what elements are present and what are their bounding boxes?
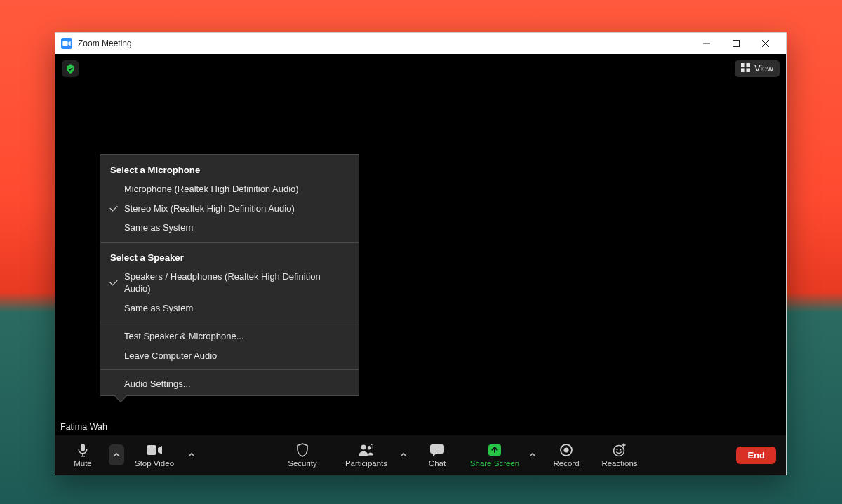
audio-settings-item[interactable]: Audio Settings... (100, 374, 359, 394)
view-button[interactable]: View (735, 60, 780, 77)
security-button[interactable]: Security (276, 437, 329, 473)
smiley-plus-icon (613, 442, 627, 458)
window-title: Zoom Meeting (78, 39, 132, 48)
mic-section-header: Select a Microphone (100, 159, 359, 179)
svg-point-12 (614, 446, 624, 456)
maximize-button[interactable] (721, 33, 751, 54)
zoom-app-icon (61, 38, 72, 49)
chat-button[interactable]: Chat (416, 437, 458, 473)
test-speaker-mic-item[interactable]: Test Speaker & Microphone... (100, 327, 359, 346)
leave-computer-audio-item[interactable]: Leave Computer Audio (100, 346, 359, 366)
svg-rect-6 (147, 445, 156, 455)
titlebar: Zoom Meeting (55, 33, 786, 54)
minimize-button[interactable] (692, 33, 721, 54)
share-screen-icon (488, 442, 502, 458)
shield-icon (296, 442, 309, 458)
meeting-toolbar: Mute Stop Video (55, 435, 786, 475)
audio-menu-caret[interactable] (109, 444, 124, 465)
share-menu-caret[interactable] (526, 444, 540, 465)
svg-rect-0 (62, 41, 67, 46)
record-button[interactable]: Record (544, 437, 589, 473)
speaker-option[interactable]: Speakers / Headphones (Realtek High Defi… (100, 267, 359, 299)
participants-menu-caret[interactable] (396, 444, 410, 465)
people-icon: 1 (358, 442, 375, 458)
video-area: View Fatima Wah Select a Microphone Micr… (55, 54, 786, 435)
encryption-shield-badge[interactable] (62, 60, 79, 77)
participant-name-overlay: Fatima Wah (58, 421, 109, 433)
svg-rect-2 (741, 63, 745, 67)
stop-video-label: Stop Video (135, 459, 174, 468)
speaker-section-header: Select a Speaker (100, 247, 359, 267)
chat-bubble-icon (430, 442, 444, 458)
participants-count: 1 (370, 442, 375, 451)
desktop-background: Zoom Meeting View Fatima Wah Sele (0, 0, 842, 504)
svg-point-14 (620, 449, 622, 451)
reactions-button[interactable]: Reactions (593, 437, 646, 473)
mic-option[interactable]: Stereo Mix (Realtek High Definition Audi… (100, 199, 359, 219)
share-screen-button[interactable]: Share Screen (464, 437, 526, 473)
end-label: End (747, 450, 765, 461)
reactions-label: Reactions (601, 459, 637, 468)
mute-label: Mute (74, 459, 92, 468)
zoom-window: Zoom Meeting View Fatima Wah Sele (55, 32, 787, 475)
mic-option[interactable]: Microphone (Realtek High Definition Audi… (100, 179, 359, 199)
chat-label: Chat (429, 459, 446, 468)
share-screen-label: Share Screen (470, 459, 519, 468)
video-camera-icon (147, 442, 162, 458)
participants-button[interactable]: 1 Participants (336, 437, 396, 473)
mic-option[interactable]: Same as System (100, 218, 359, 238)
svg-rect-5 (747, 68, 751, 72)
speaker-option[interactable]: Same as System (100, 299, 359, 318)
svg-rect-4 (741, 68, 745, 72)
mute-button[interactable]: Mute (60, 437, 106, 473)
end-button[interactable]: End (736, 447, 776, 464)
menu-divider (100, 242, 359, 243)
stop-video-button[interactable]: Stop Video (127, 437, 182, 473)
svg-point-7 (361, 445, 366, 450)
close-button[interactable] (751, 33, 780, 54)
record-label: Record (553, 459, 579, 468)
svg-point-13 (617, 449, 618, 451)
video-menu-caret[interactable] (185, 444, 199, 465)
svg-rect-3 (747, 63, 751, 67)
svg-rect-1 (733, 41, 740, 47)
microphone-icon (76, 442, 89, 458)
view-label: View (754, 64, 773, 74)
security-label: Security (288, 459, 317, 468)
participants-label: Participants (345, 459, 387, 468)
grid-view-icon (741, 63, 750, 74)
menu-divider (100, 369, 359, 370)
svg-point-11 (564, 448, 569, 453)
record-icon (560, 442, 573, 458)
audio-options-menu: Select a Microphone Microphone (Realtek … (100, 154, 359, 396)
menu-divider (100, 322, 359, 322)
